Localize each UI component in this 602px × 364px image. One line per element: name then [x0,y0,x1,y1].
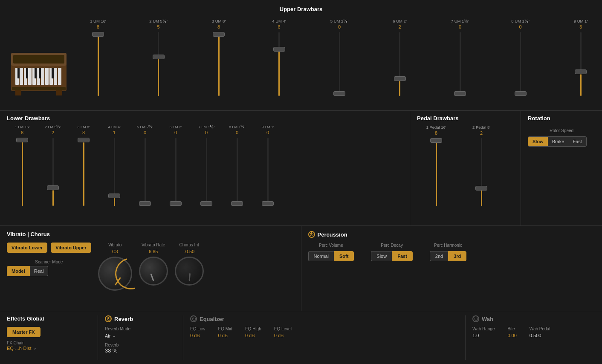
lower-drawbar-handle-1[interactable] [47,185,59,190]
lower-drawbar-track-0[interactable] [22,138,23,206]
fx-chain-dropdown-icon[interactable]: ⌄ [33,345,37,351]
upper-drawbar-track-0[interactable] [98,32,99,96]
perc-3rd-button[interactable]: 3rd [448,251,466,261]
perc-volume-buttons: Normal Soft [308,251,354,261]
upper-drawbar-track-6[interactable] [460,32,461,96]
scanner-real-button[interactable]: Real [30,266,49,276]
lower-drawbar-track-3[interactable] [114,138,115,206]
lower-drawbar-track-5[interactable] [175,138,177,206]
upper-drawbar-handle-2[interactable] [213,32,225,37]
fx-chain-row: FX Chain [7,341,91,345]
lower-drawbars-row: 1 LM 16'82 LM 5⅓'23 LM 8'84 LM 4'15 LM 2… [7,125,403,206]
lower-drawbar-track-2[interactable] [83,138,84,206]
pedal-drawbar-handle-1[interactable] [475,186,487,191]
upper-drawbar-track-7[interactable] [520,32,521,96]
lower-drawbar-handle-2[interactable] [78,138,90,142]
reverb-power-icon[interactable]: ⏻ [105,315,112,322]
upper-drawbar-track-1[interactable] [158,32,159,96]
upper-drawbar-handle-3[interactable] [273,47,285,52]
lower-drawbar-handle-5[interactable] [170,201,182,206]
svg-rect-18 [52,68,54,78]
upper-drawbar-track-4[interactable] [339,32,340,96]
master-fx-button[interactable]: Master FX [7,327,41,337]
eq-mid-group: EQ Mid 0 dB [218,326,232,338]
upper-drawbar-handle-6[interactable] [454,91,466,96]
eq-high-value: 0 dB [245,333,261,338]
upper-drawbar-5: 6 UM 2'2 [383,19,417,96]
fx-chain-value-row: EQ-...h-Dist ⌄ [7,345,91,351]
lower-drawbar-track-7[interactable] [237,138,238,206]
reverb-title: Reverb [114,316,133,322]
upper-drawbar-handle-8[interactable] [575,69,587,74]
lower-drawbar-handle-0[interactable] [16,138,28,142]
lower-drawbar-1: 2 LM 5⅓'2 [38,125,68,206]
wah-pedal-label: Wah Pedal [530,326,550,331]
perc-soft-button[interactable]: Soft [334,251,354,261]
svg-rect-14 [17,68,20,78]
upper-drawbar-handle-0[interactable] [92,32,104,37]
lower-drawbar-track-1[interactable] [52,138,54,206]
equalizer-title: Equalizer [200,316,224,322]
perc-2nd-button[interactable]: 2nd [430,251,448,261]
upper-drawbar-label-6: 7 UM 1⅗' [451,19,469,23]
lower-drawbars-section: Lower Drawbars 1 LM 16'82 LM 5⅓'23 LM 8'… [0,111,410,225]
eq-mid-value: 0 dB [218,333,232,338]
vibrato-lower-button[interactable]: Vibrato Lower [7,243,47,253]
upper-drawbar-handle-4[interactable] [333,91,345,96]
pedal-drawbar-track-0[interactable] [436,138,437,206]
equalizer-power-icon[interactable]: ⏻ [190,315,197,322]
reverb-mode-value-row: Air ⌄ [105,333,176,338]
upper-drawbar-6: 7 UM 1⅗'0 [443,19,477,96]
wah-section: ⏻ Wah Wah Range 1.0 Bite 0.00 Wah Pedal … [466,315,602,360]
perc-slow-button[interactable]: Slow [371,251,392,261]
upper-drawbar-track-5[interactable] [399,32,400,96]
upper-drawbar-handle-5[interactable] [394,76,406,81]
pedal-drawbars-title: Pedal Drawbars [417,115,514,121]
upper-drawbar-label-0: 1 UM 16' [90,19,106,23]
upper-drawbar-track-8[interactable] [580,32,582,96]
reverb-mode-dropdown-icon[interactable]: ⌄ [112,333,116,338]
chorus-int-value: -0.50 [184,249,194,254]
lower-drawbar-handle-8[interactable] [262,201,274,206]
lower-drawbar-5: 6 LM 2'0 [160,125,191,206]
rotor-slow-button[interactable]: Slow [528,136,548,147]
rotor-brake-button[interactable]: Brake [548,136,569,147]
rotor-speed-buttons: Slow Brake Fast [528,136,595,147]
upper-drawbar-track-3[interactable] [278,32,280,96]
pedal-drawbar-track-1[interactable] [481,138,482,206]
vibrato-controls: Vibrato Lower Vibrato Upper Scanner Mode… [7,243,294,291]
perc-fast-button[interactable]: Fast [392,251,413,261]
lower-drawbar-track-6[interactable] [206,138,207,206]
vibrato-knob[interactable] [98,257,132,291]
upper-drawbar-fill-8 [580,74,582,96]
upper-drawbar-handle-7[interactable] [515,91,527,96]
vibrato-rate-value: 6.85 [149,249,158,254]
lower-drawbar-6: 7 LM 1⅗'0 [191,125,222,206]
wah-pedal-group: Wah Pedal 0.500 [530,326,550,338]
vibrato-chorus-section: Vibrato | Chorus Vibrato Lower Vibrato U… [0,226,301,311]
chorus-int-knob[interactable] [175,257,204,286]
scanner-model-button[interactable]: Model [7,266,30,276]
lower-drawbar-track-8[interactable] [267,138,269,206]
upper-drawbar-label-4: 5 UM 2⅔' [330,19,348,23]
percussion-power-icon[interactable]: ⏻ [308,231,315,238]
eq-high-label: EQ High [245,326,261,331]
lower-drawbar-handle-6[interactable] [200,201,212,206]
upper-drawbar-handle-1[interactable] [153,55,165,59]
vibrato-value: C3 [112,249,118,254]
lower-drawbar-handle-7[interactable] [231,201,243,206]
vibrato-upper-button[interactable]: Vibrato Upper [51,243,91,253]
wah-power-icon[interactable]: ⏻ [472,315,479,322]
vibrato-rate-knob[interactable] [139,257,168,286]
svg-rect-9 [41,68,44,85]
lower-drawbar-handle-4[interactable] [139,201,151,206]
upper-drawbar-track-2[interactable] [218,32,220,96]
lower-drawbar-handle-3[interactable] [108,194,120,198]
pedal-drawbar-1: 2 Pedal 8'2 [462,125,501,206]
rotor-fast-button[interactable]: Fast [568,136,586,147]
perc-normal-button[interactable]: Normal [308,251,334,261]
lower-drawbar-track-4[interactable] [145,138,146,206]
equalizer-header: ⏻ Equalizer [190,315,458,322]
pedal-drawbars-row: 1 Pedal 16'82 Pedal 8'2 [417,125,514,206]
pedal-drawbar-handle-0[interactable] [430,138,442,143]
